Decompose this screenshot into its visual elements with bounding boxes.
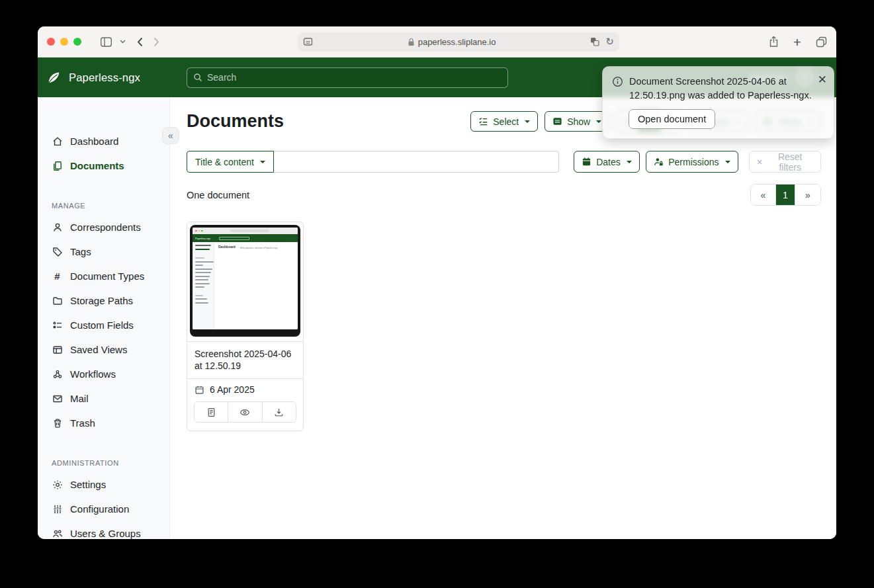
sidebar-toggle-icon[interactable]: [96, 32, 116, 52]
forward-icon[interactable]: [153, 36, 160, 48]
document-card: Paperless-ngx Dashboard Hello paperless,…: [187, 222, 304, 431]
search-icon: [193, 73, 202, 82]
pagination: « 1 »: [750, 184, 821, 206]
eye-icon: [240, 407, 250, 417]
back-icon[interactable]: [136, 36, 144, 48]
document-date-row: 6 Apr 2025: [187, 378, 303, 400]
paperless-logo-icon: [47, 71, 61, 85]
sidebar-item-label: Mail: [70, 393, 89, 404]
sidebar-item-label: Documents: [70, 160, 124, 171]
browser-window: paperless.sliplane.io ↻ + Paperless-ngx: [38, 26, 836, 539]
filter-field-label: Title & content: [195, 157, 254, 167]
permissions-button[interactable]: Permissions: [646, 151, 738, 173]
reload-icon[interactable]: ↻: [605, 36, 614, 48]
caret-down-icon: [596, 120, 601, 123]
sidebar-item-dashboard[interactable]: Dashboard: [38, 129, 169, 153]
minimize-window-button[interactable]: [60, 38, 68, 46]
thumbnail-app-name: Paperless-ngx: [195, 237, 205, 239]
traffic-lights: [47, 38, 81, 46]
current-page-button[interactable]: 1: [776, 185, 795, 205]
thumbnail-greeting: Hello paperless, welcome to Paperless-ng…: [240, 247, 277, 249]
workflows-icon: [52, 369, 63, 380]
download-document-button[interactable]: [263, 402, 296, 422]
home-icon: [52, 136, 63, 147]
prev-page-button[interactable]: «: [751, 185, 776, 205]
sidebar-item-trash[interactable]: Trash: [38, 411, 169, 435]
new-tab-icon[interactable]: +: [793, 35, 801, 49]
zoom-window-button[interactable]: [73, 38, 81, 46]
custom-fields-icon: [52, 320, 63, 331]
document-count: One document: [187, 190, 249, 200]
sidebar-item-mail[interactable]: Mail: [38, 386, 169, 411]
chevron-down-icon[interactable]: [120, 40, 126, 44]
document-thumbnail[interactable]: Paperless-ngx Dashboard Hello paperless,…: [187, 222, 303, 341]
sidebar-item-label: Configuration: [70, 503, 129, 515]
documents-icon: [52, 161, 63, 171]
filter-text-input[interactable]: [274, 151, 559, 173]
x-icon: ×: [757, 157, 763, 167]
sidebar-section-manage: MANAGE: [52, 202, 169, 210]
sidebar-item-workflows[interactable]: Workflows: [38, 362, 169, 386]
sidebar-item-label: Document Types: [70, 271, 144, 282]
preview-document-button[interactable]: [228, 402, 262, 422]
sidebar-item-label: Settings: [70, 479, 106, 490]
global-search-input[interactable]: [207, 72, 502, 83]
sidebar-item-users-groups[interactable]: Users & Groups: [38, 521, 169, 539]
caret-down-icon: [260, 161, 265, 163]
address-bar[interactable]: paperless.sliplane.io ↻: [298, 32, 619, 52]
dates-button[interactable]: Dates: [574, 151, 640, 173]
thumbnail-sidebar: [193, 242, 214, 329]
lock-icon: [408, 38, 415, 46]
thumbnail-window-frame: Paperless-ngx Dashboard Hello paperless,…: [190, 225, 300, 337]
sidebar-item-saved-views[interactable]: Saved Views: [38, 337, 169, 362]
close-window-button[interactable]: [47, 38, 55, 46]
filter-field-button[interactable]: Title & content: [187, 151, 274, 173]
mail-icon: [52, 394, 63, 404]
tabs-overview-icon[interactable]: [816, 36, 827, 48]
sidebar-item-correspondents[interactable]: Correspondents: [38, 215, 169, 239]
next-page-button[interactable]: »: [795, 185, 820, 205]
documents-page: Documents Select Show: [170, 97, 836, 539]
show-button[interactable]: Show: [545, 111, 609, 132]
page-title: Documents: [187, 111, 284, 132]
reset-filters-button[interactable]: × Reset filters: [749, 151, 821, 173]
show-label: Show: [567, 116, 590, 127]
sidebar-item-label: Tags: [70, 246, 91, 257]
document-title[interactable]: Screenshot 2025-04-06 at 12.50.19: [187, 341, 303, 378]
sidebar-item-label: Dashboard: [70, 136, 118, 147]
edit-document-button[interactable]: [195, 402, 228, 422]
sidebar-item-settings[interactable]: Settings: [38, 472, 169, 497]
select-button[interactable]: Select: [470, 111, 538, 132]
sidebar-item-label: Users & Groups: [70, 528, 141, 539]
sidebar-item-document-types[interactable]: # Document Types: [38, 264, 169, 288]
global-search: [187, 67, 508, 88]
show-icon: [552, 116, 562, 126]
sidebar-item-storage-paths[interactable]: Storage Paths: [38, 288, 169, 313]
person-icon: [52, 222, 63, 233]
document-date: 6 Apr 2025: [210, 384, 255, 395]
hash-icon: #: [52, 271, 63, 281]
sidebar-collapse-button[interactable]: «: [162, 127, 179, 144]
open-document-button[interactable]: Open document: [629, 109, 715, 129]
caret-down-icon: [525, 120, 530, 123]
caret-down-icon: [725, 161, 730, 163]
permissions-label: Permissions: [668, 157, 719, 167]
sidebar-item-configuration[interactable]: Configuration: [38, 497, 169, 521]
dates-label: Dates: [596, 157, 621, 167]
app-brand[interactable]: Paperless-ngx: [38, 71, 170, 85]
translate-icon[interactable]: [590, 37, 599, 46]
sidebar-item-label: Workflows: [70, 368, 116, 380]
share-icon[interactable]: [769, 36, 779, 48]
sidebar-item-custom-fields[interactable]: Custom Fields: [38, 313, 169, 337]
sliders-icon: [52, 504, 63, 515]
sidebar-item-documents[interactable]: Documents: [38, 153, 169, 178]
card-action-group: [194, 401, 296, 423]
calendar-icon: [195, 385, 204, 395]
download-icon: [274, 407, 284, 417]
page-settings-icon[interactable]: [303, 37, 313, 46]
app-name: Paperless-ngx: [69, 71, 140, 84]
toast-notification: Document Screenshot 2025-04-06 at 12.50.…: [602, 66, 834, 139]
users-icon: [52, 528, 63, 539]
close-icon[interactable]: ✕: [818, 74, 827, 85]
sidebar-item-tags[interactable]: Tags: [38, 239, 169, 264]
